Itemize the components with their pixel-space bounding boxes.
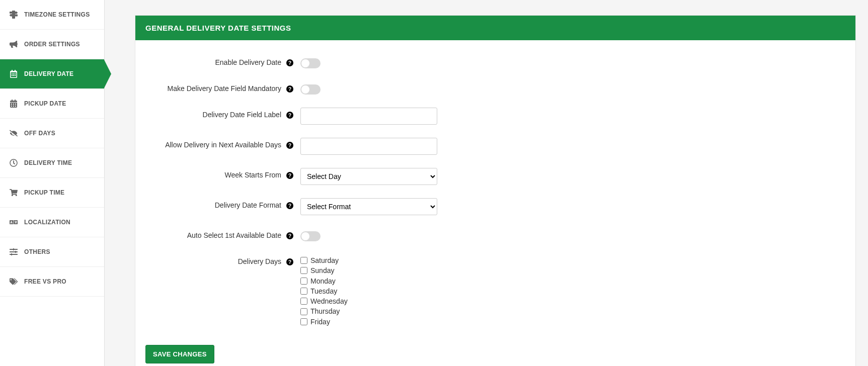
delivery-days-label: Delivery Days (145, 254, 286, 265)
sidebar-item-pickup-date[interactable]: PICKUP DATE (0, 89, 104, 119)
help-icon[interactable]: ? (286, 232, 293, 239)
calendar-alt-icon (9, 99, 18, 108)
help-icon[interactable]: ? (286, 142, 293, 149)
day-label: Tuesday (310, 286, 337, 296)
sidebar-item-delivery-date[interactable]: DELIVERY DATE (0, 59, 104, 89)
day-label: Thursday (310, 306, 340, 316)
checkbox-input[interactable] (300, 278, 307, 285)
panel-title: GENERAL DELIVERY DATE SETTINGS (135, 16, 855, 40)
sidebar-item-free-vs-pro[interactable]: FREE VS PRO (0, 267, 104, 297)
day-label: Sunday (310, 265, 334, 276)
sidebar-item-order[interactable]: ORDER SETTINGS (0, 30, 104, 59)
checkbox-input[interactable] (300, 298, 307, 305)
clock-icon (9, 158, 18, 167)
day-label: Friday (310, 317, 330, 327)
calendar-icon (9, 69, 18, 78)
week-starts-label: Week Starts From (145, 168, 286, 179)
day-checkbox-wednesday[interactable]: Wednesday (300, 296, 348, 306)
checkbox-input[interactable] (300, 267, 307, 274)
date-format-select[interactable]: Select Format (300, 198, 437, 215)
sidebar-item-label: LOCALIZATION (24, 219, 70, 226)
save-button[interactable]: SAVE CHANGES (145, 345, 214, 363)
field-label-input[interactable] (300, 108, 437, 125)
sidebar-item-pickup-time[interactable]: PICKUP TIME (0, 178, 104, 208)
day-label: Wednesday (310, 296, 348, 306)
day-checkbox-saturday[interactable]: Saturday (300, 255, 348, 265)
mandatory-label: Make Delivery Date Field Mandatory (145, 81, 286, 93)
sidebar-item-label: PICKUP DATE (24, 100, 66, 107)
day-checkbox-thursday[interactable]: Thursday (300, 306, 348, 316)
auto-select-label: Auto Select 1st Available Date (145, 228, 286, 239)
auto-select-toggle[interactable] (300, 231, 321, 241)
allow-next-label: Allow Delivery in Next Available Days (145, 138, 286, 149)
day-checkbox-friday[interactable]: Friday (300, 317, 348, 327)
delivery-days-group: Saturday Sunday Monday (300, 255, 348, 327)
bullhorn-icon (9, 40, 18, 49)
checkbox-input[interactable] (300, 257, 307, 264)
help-icon[interactable]: ? (286, 258, 293, 265)
day-label: Monday (310, 276, 336, 286)
checkbox-input[interactable] (300, 318, 307, 325)
sidebar-item-localization[interactable]: LOCALIZATION (0, 208, 104, 237)
language-icon (9, 218, 18, 227)
sidebar-item-label: OTHERS (24, 248, 50, 255)
sliders-icon (9, 247, 18, 256)
field-label-label: Delivery Date Field Label (145, 108, 286, 119)
sidebar-item-label: FREE VS PRO (24, 278, 66, 285)
help-icon[interactable]: ? (286, 172, 293, 179)
week-starts-select[interactable]: Select Day (300, 168, 437, 185)
enable-delivery-toggle[interactable] (300, 58, 321, 68)
sidebar-item-others[interactable]: OTHERS (0, 237, 104, 267)
settings-panel: GENERAL DELIVERY DATE SETTINGS Enable De… (135, 15, 856, 366)
tags-icon (9, 277, 18, 286)
mandatory-toggle[interactable] (300, 84, 321, 95)
sidebar-item-timezone[interactable]: TIMEZONE SETTINGS (0, 0, 104, 30)
day-checkbox-monday[interactable]: Monday (300, 276, 348, 286)
day-checkbox-tuesday[interactable]: Tuesday (300, 286, 348, 296)
help-icon[interactable]: ? (286, 85, 293, 93)
help-icon[interactable]: ? (286, 59, 293, 66)
cart-icon (9, 188, 18, 197)
sidebar-item-label: DELIVERY DATE (24, 70, 73, 77)
sidebar-item-label: DELIVERY TIME (24, 159, 72, 166)
eye-slash-icon (9, 129, 18, 138)
help-icon[interactable]: ? (286, 112, 293, 119)
day-label: Saturday (310, 255, 339, 265)
enable-delivery-label: Enable Delivery Date (145, 55, 286, 66)
sidebar-item-label: PICKUP TIME (24, 189, 64, 196)
allow-next-input[interactable] (300, 138, 437, 155)
day-checkbox-sunday[interactable]: Sunday (300, 265, 348, 276)
checkbox-input[interactable] (300, 308, 307, 315)
sidebar-item-label: ORDER SETTINGS (24, 41, 80, 48)
map-signs-icon (9, 10, 18, 19)
checkbox-input[interactable] (300, 288, 307, 295)
date-format-label: Delivery Date Format (145, 198, 286, 209)
sidebar-item-label: OFF DAYS (24, 130, 55, 137)
sidebar-item-label: TIMEZONE SETTINGS (24, 11, 90, 18)
sidebar-item-off-days[interactable]: OFF DAYS (0, 119, 104, 148)
sidebar: TIMEZONE SETTINGS ORDER SETTINGS DELIVER… (0, 0, 105, 366)
sidebar-item-delivery-time[interactable]: DELIVERY TIME (0, 148, 104, 178)
main-content: GENERAL DELIVERY DATE SETTINGS Enable De… (105, 0, 868, 366)
help-icon[interactable]: ? (286, 202, 293, 209)
